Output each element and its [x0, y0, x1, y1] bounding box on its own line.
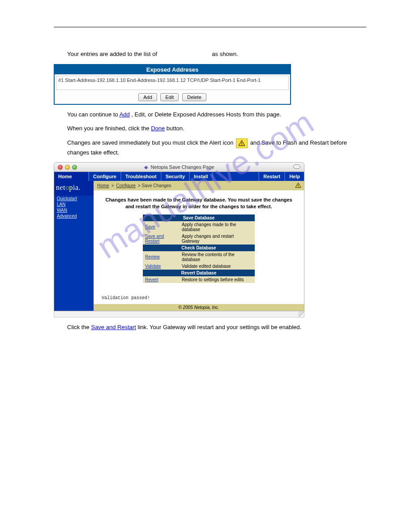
logo-pia: pia. [69, 184, 81, 191]
revert-link[interactable]: Revert [145, 277, 158, 282]
validate-desc: Validate edited database [180, 263, 255, 270]
final-text-1: Click the [67, 324, 91, 330]
intro-paragraph: Your entries are added to the list of Ex… [67, 50, 366, 59]
top-nav: Home Configure Troubleshoot Security Ins… [54, 172, 304, 181]
nav-install[interactable]: Install [190, 172, 213, 181]
horizontal-rule [54, 27, 366, 27]
save-changes-window: ◆ Netopia Save Changes Page Home Configu… [54, 162, 304, 317]
sidebar-item-lan[interactable]: LAN [54, 202, 94, 207]
nav-restart[interactable]: Restart [258, 172, 284, 181]
nav-configure[interactable]: Configure [89, 172, 121, 181]
final-text-2: link. Your Gateway will restart and your… [138, 324, 302, 330]
exposed-addresses-widget: Exposed Addreses #1 Start-Address-192.16… [54, 64, 291, 105]
exposed-addresses-link[interactable]: Exposed Addresses [159, 51, 210, 57]
logo-o: o [65, 184, 69, 191]
gateway-message: Changes have been made to the Gateway da… [94, 190, 304, 215]
exposed-entry-1: #1 Start-Address-192.168.1.10 End-Addres… [58, 77, 261, 83]
validate-link[interactable]: Validate [145, 264, 161, 269]
window-statusbar [54, 311, 304, 317]
sidebar-item-quickstart[interactable]: Quickstart [54, 196, 94, 202]
sidebar-item-wan[interactable]: WAN [54, 207, 94, 213]
header-alert-icon[interactable] [295, 182, 301, 189]
edit-button[interactable]: Edit [160, 93, 179, 101]
svg-rect-5 [298, 186, 298, 187]
review-link[interactable]: Review [145, 254, 160, 259]
save-database-header: Save Database [143, 215, 255, 221]
continue-text-2: , Edit, or Delete Exposed Addresses Host… [131, 111, 281, 118]
save-desc: Apply changes made to the database [180, 221, 255, 233]
sidebar-item-advanced[interactable]: Advanced [54, 213, 94, 219]
database-table: Save Database Save Apply changes made to… [143, 215, 255, 283]
check-database-header: Check Database [143, 245, 255, 251]
finished-text-1: When you are finished, click the [67, 125, 151, 132]
logo-net: net [56, 184, 65, 191]
save-restart-desc: Apply changes and restart Gateway [180, 233, 255, 245]
window-titlebar: ◆ Netopia Save Changes Page [54, 162, 304, 172]
nav-help[interactable]: Help [284, 172, 304, 181]
nav-troubleshoot[interactable]: Troubleshoot [121, 172, 162, 181]
svg-rect-4 [298, 184, 298, 186]
delete-button[interactable]: Delete [182, 93, 206, 101]
validation-message: Validation passed! [94, 283, 304, 304]
pill-button[interactable] [293, 164, 300, 169]
svg-rect-1 [241, 142, 242, 144]
window-title: Netopia Save Changes Page [151, 164, 214, 170]
add-button[interactable]: Add [138, 93, 157, 101]
finished-text-2: button. [167, 125, 184, 132]
sidebar: netopia. Quickstart LAN WAN Advanced [54, 181, 94, 311]
continue-text-1: You can continue to [67, 111, 120, 118]
nav-home[interactable]: Home [54, 172, 89, 181]
add-link[interactable]: Add [120, 111, 130, 118]
alert-paragraph: Changes are saved immediately but you mu… [67, 138, 366, 157]
save-and-restart-link-table[interactable]: Save and Restart [145, 234, 164, 244]
exposed-addresses-listbox[interactable]: #1 Start-Address-192.168.1.10 End-Addres… [56, 76, 289, 90]
intro-text-1: Your entries are added to the list of [67, 51, 159, 57]
logo: netopia. [54, 181, 94, 196]
window-title-area: ◆ Netopia Save Changes Page [54, 164, 304, 170]
done-link[interactable]: Done [151, 125, 165, 132]
revert-desc: Restore to settings before edits [180, 276, 255, 283]
save-and-restart-link[interactable]: Save and Restart [91, 324, 136, 330]
svg-rect-2 [241, 144, 242, 145]
resize-grip-icon[interactable] [298, 311, 304, 317]
breadcrumb-configure[interactable]: Configure [116, 183, 136, 188]
revert-database-header: Revert Database [143, 270, 255, 276]
alert-text-1: Changes are saved immediately but you mu… [67, 139, 235, 146]
intro-text-2: as shown. [212, 51, 238, 57]
main-area: Home > Configure > Save Changes [94, 181, 304, 311]
copyright-footer: © 2005 Netopia, Inc. [94, 304, 304, 311]
finished-paragraph: When you are finished, click the Done bu… [67, 124, 366, 133]
final-paragraph: Click the Save and Restart link. Your Ga… [67, 323, 366, 332]
breadcrumb: Home > Configure > Save Changes [94, 181, 304, 190]
exposed-addresses-header: Exposed Addreses [55, 65, 290, 74]
bookmark-icon: ◆ [144, 164, 148, 170]
review-desc: Review the contents of the database [180, 251, 255, 263]
breadcrumb-current: Save Changes [142, 183, 171, 188]
save-link[interactable]: Save [145, 224, 155, 229]
breadcrumb-home[interactable]: Home [97, 183, 109, 188]
nav-security[interactable]: Security [162, 172, 190, 181]
continue-paragraph: You can continue to Add , Edit, or Delet… [67, 110, 366, 119]
alert-icon [236, 138, 248, 148]
